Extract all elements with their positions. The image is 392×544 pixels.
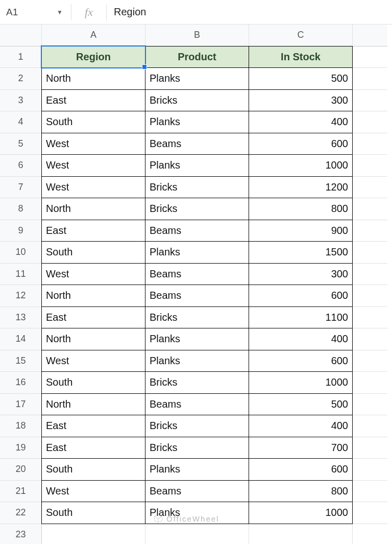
cell-A12[interactable]: North bbox=[41, 285, 145, 307]
cell-B16[interactable]: Bricks bbox=[145, 371, 249, 394]
column-header-B[interactable]: B bbox=[145, 25, 249, 46]
cell-B10[interactable]: Planks bbox=[145, 241, 249, 264]
cell-A6[interactable]: West bbox=[41, 154, 145, 177]
cell-A4[interactable]: South bbox=[41, 111, 145, 133]
row-header-18[interactable]: 18 bbox=[0, 415, 42, 437]
cell-C18[interactable]: 400 bbox=[249, 415, 353, 437]
cell-D15[interactable] bbox=[353, 350, 387, 372]
cell-C2[interactable]: 500 bbox=[249, 67, 353, 90]
cell-C4[interactable]: 400 bbox=[249, 111, 353, 133]
row-header-7[interactable]: 7 bbox=[0, 177, 42, 199]
cell-C23[interactable] bbox=[249, 524, 353, 545]
column-header-A[interactable]: A bbox=[42, 25, 145, 46]
cell-B6[interactable]: Planks bbox=[145, 154, 249, 177]
cell-D7[interactable] bbox=[353, 177, 387, 199]
cell-B17[interactable]: Beams bbox=[145, 393, 249, 416]
row-header-3[interactable]: 3 bbox=[0, 90, 42, 112]
column-header-C[interactable]: C bbox=[249, 25, 353, 46]
row-header-2[interactable]: 2 bbox=[0, 68, 42, 90]
cell-B18[interactable]: Bricks bbox=[145, 415, 249, 437]
cell-A1[interactable]: Region bbox=[41, 46, 145, 68]
cell-A14[interactable]: North bbox=[41, 328, 145, 350]
row-header-5[interactable]: 5 bbox=[0, 133, 42, 155]
cell-C6[interactable]: 1000 bbox=[249, 154, 353, 177]
row-header-1[interactable]: 1 bbox=[0, 46, 42, 68]
cell-D9[interactable] bbox=[353, 220, 387, 242]
cell-D17[interactable] bbox=[353, 394, 387, 416]
cell-D14[interactable] bbox=[353, 328, 387, 350]
cell-C13[interactable]: 1100 bbox=[249, 306, 353, 329]
cell-A15[interactable]: West bbox=[41, 350, 145, 372]
cell-B22[interactable]: Planks bbox=[145, 502, 249, 524]
row-header-15[interactable]: 15 bbox=[0, 350, 42, 372]
cell-C21[interactable]: 800 bbox=[249, 480, 353, 503]
cell-D6[interactable] bbox=[353, 155, 387, 177]
cell-D22[interactable] bbox=[353, 502, 387, 524]
cell-B9[interactable]: Beams bbox=[145, 220, 249, 242]
cell-B11[interactable]: Beams bbox=[145, 263, 249, 286]
cell-C10[interactable]: 1500 bbox=[249, 241, 353, 264]
select-all-corner[interactable] bbox=[0, 25, 42, 46]
formula-input[interactable]: Region bbox=[109, 6, 146, 18]
cell-C15[interactable]: 600 bbox=[249, 350, 353, 372]
cell-B20[interactable]: Planks bbox=[145, 458, 249, 481]
row-header-12[interactable]: 12 bbox=[0, 285, 42, 307]
row-header-6[interactable]: 6 bbox=[0, 155, 42, 177]
cell-A23[interactable] bbox=[42, 524, 145, 545]
row-header-14[interactable]: 14 bbox=[0, 328, 42, 350]
row-header-4[interactable]: 4 bbox=[0, 111, 42, 133]
cell-B15[interactable]: Planks bbox=[145, 350, 249, 372]
row-header-16[interactable]: 16 bbox=[0, 372, 42, 394]
row-header-20[interactable]: 20 bbox=[0, 459, 42, 481]
cell-D11[interactable] bbox=[353, 264, 387, 286]
cell-A19[interactable]: East bbox=[41, 437, 145, 459]
cell-D19[interactable] bbox=[353, 437, 387, 459]
cell-C17[interactable]: 500 bbox=[249, 393, 353, 416]
cell-C1[interactable]: In Stock bbox=[249, 46, 353, 68]
cell-B2[interactable]: Planks bbox=[145, 67, 249, 90]
cell-A20[interactable]: South bbox=[41, 458, 145, 481]
cell-A9[interactable]: East bbox=[41, 220, 145, 242]
row-header-11[interactable]: 11 bbox=[0, 264, 42, 286]
cell-D21[interactable] bbox=[353, 481, 387, 503]
cell-B1[interactable]: Product bbox=[145, 46, 249, 68]
cell-D4[interactable] bbox=[353, 111, 387, 133]
cell-C12[interactable]: 600 bbox=[249, 285, 353, 307]
cell-B21[interactable]: Beams bbox=[145, 480, 249, 503]
cell-D12[interactable] bbox=[353, 285, 387, 307]
row-header-13[interactable]: 13 bbox=[0, 307, 42, 329]
row-header-19[interactable]: 19 bbox=[0, 437, 42, 459]
cell-C5[interactable]: 600 bbox=[249, 133, 353, 155]
cell-C3[interactable]: 300 bbox=[249, 89, 353, 112]
cell-A5[interactable]: West bbox=[41, 133, 145, 155]
cell-D10[interactable] bbox=[353, 242, 387, 264]
cell-B19[interactable]: Bricks bbox=[145, 437, 249, 459]
cell-A18[interactable]: East bbox=[41, 415, 145, 437]
cell-A10[interactable]: South bbox=[41, 241, 145, 264]
cell-B4[interactable]: Planks bbox=[145, 111, 249, 133]
column-header-blank[interactable] bbox=[353, 25, 387, 46]
cell-C22[interactable]: 1000 bbox=[249, 502, 353, 524]
chevron-down-icon[interactable]: ▼ bbox=[57, 9, 63, 16]
cell-B13[interactable]: Bricks bbox=[145, 306, 249, 329]
cell-B12[interactable]: Beams bbox=[145, 285, 249, 307]
cell-C14[interactable]: 400 bbox=[249, 328, 353, 350]
cell-C9[interactable]: 900 bbox=[249, 220, 353, 242]
cell-C16[interactable]: 1000 bbox=[249, 371, 353, 394]
cell-A17[interactable]: North bbox=[41, 393, 145, 416]
cell-D18[interactable] bbox=[353, 415, 387, 437]
cell-C7[interactable]: 1200 bbox=[249, 176, 353, 199]
cell-D8[interactable] bbox=[353, 198, 387, 220]
cell-A3[interactable]: East bbox=[41, 89, 145, 112]
cell-B23[interactable] bbox=[145, 524, 249, 545]
cell-A21[interactable]: West bbox=[41, 480, 145, 503]
row-header-22[interactable]: 22 bbox=[0, 502, 42, 524]
row-header-9[interactable]: 9 bbox=[0, 220, 42, 242]
cell-D3[interactable] bbox=[353, 90, 387, 112]
cell-D13[interactable] bbox=[353, 307, 387, 329]
cell-A22[interactable]: South bbox=[41, 502, 145, 524]
cell-C19[interactable]: 700 bbox=[249, 437, 353, 459]
cell-D2[interactable] bbox=[353, 68, 387, 90]
cell-C11[interactable]: 300 bbox=[249, 263, 353, 286]
cell-C8[interactable]: 800 bbox=[249, 198, 353, 220]
